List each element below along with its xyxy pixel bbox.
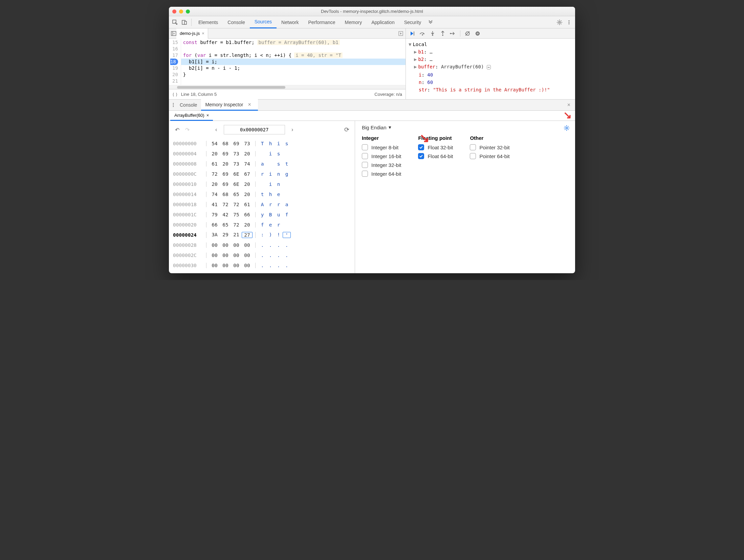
hex-row[interactable]: 0000000C72696E67ring [173,169,351,179]
resume-icon[interactable] [409,30,415,37]
type-option[interactable]: Integer 64-bit [362,171,401,177]
svg-point-12 [432,35,433,36]
checkbox-icon[interactable] [362,144,368,150]
hex-row[interactable]: 0000002800000000.... [173,240,351,250]
type-option[interactable]: Float 64-bit [418,153,453,159]
tab-network[interactable]: Network [277,16,303,28]
tab-elements[interactable]: Elements [194,16,223,28]
svg-point-4 [569,20,570,21]
hex-row[interactable]: 0000000054686973This [173,138,351,149]
sources-pane: demo-js.js × 15161718192021 const buffer… [169,28,406,99]
scope-local-header[interactable]: ▼Local [409,41,572,48]
hex-row[interactable]: 0000000861207374a st [173,159,351,169]
close-tab-icon[interactable]: × [245,102,254,108]
code-lines: const buffer = b1.buffer;buffer = ArrayB… [181,39,406,85]
hex-row[interactable]: 0000001474686520the [173,189,351,199]
drawer-tab-memory-inspector[interactable]: Memory Inspector × [201,99,258,111]
step-icon[interactable] [450,30,456,37]
next-page-icon[interactable]: › [288,127,297,133]
type-option[interactable]: Pointer 64-bit [470,153,509,159]
svg-point-11 [422,34,423,36]
type-option-label: Pointer 64-bit [479,153,509,159]
device-toolbar-icon[interactable] [180,18,189,27]
mi-buffer-tab-label: ArrayBuffer(60) [174,113,204,118]
mi-buffer-tab[interactable]: ArrayBuffer(60) × [170,111,213,121]
run-snippet-icon[interactable] [398,31,403,36]
settings-gear-icon[interactable] [555,18,564,27]
svg-point-16 [476,31,480,36]
tab-console[interactable]: Console [223,16,249,28]
hex-row[interactable]: 000000243A292127:)!' [173,230,351,240]
address-input[interactable] [224,125,285,134]
type-option-label: Integer 16-bit [371,153,401,159]
type-option[interactable]: Integer 16-bit [362,153,401,159]
hex-row[interactable]: 0000003000000000.... [173,260,351,271]
settings-gear-icon[interactable] [564,125,570,131]
code-editor[interactable]: 15161718192021 const buffer = b1.buffer;… [169,39,406,85]
type-option[interactable]: Integer 8-bit [362,144,401,150]
hex-row[interactable]: 0000001C79427566yBuf [173,210,351,220]
inspect-icon[interactable] [170,18,180,27]
scope-panel: ▼Local ▶b1: …▶b2: …▶buffer: ArrayBuffer(… [406,39,575,95]
tab-security[interactable]: Security [399,16,426,28]
tab-performance[interactable]: Performance [303,16,340,28]
scope-var-b1[interactable]: ▶b1: … [414,48,572,56]
step-into-icon[interactable] [430,30,436,37]
close-mi-tab-icon[interactable]: × [206,113,209,118]
checkbox-icon[interactable] [362,153,368,159]
hex-row[interactable]: 0000001841727261Arra [173,199,351,210]
checkbox-icon[interactable] [418,153,424,159]
hex-row[interactable]: 0000001020696E20 in [173,179,351,189]
checkbox-icon[interactable] [470,153,476,159]
tab-memory[interactable]: Memory [340,16,367,28]
file-tab-demo-js[interactable]: demo-js.js × [176,28,208,39]
memory-inspector-tabs: ArrayBuffer(60) × ↘ [169,111,575,121]
drawer-tab-console[interactable]: Console [176,99,201,111]
hex-grid[interactable]: 0000000054686973This0000000420697320 is … [170,138,353,271]
type-option-label: Integer 8-bit [371,145,398,150]
scope-var-buffer[interactable]: ▶buffer: ArrayBuffer(60) ⋯ [414,63,572,71]
checkbox-icon[interactable] [362,162,368,168]
type-option[interactable]: Pointer 32-bit [470,144,509,150]
undo-icon[interactable]: ↶ [173,127,181,133]
drawer-kebab-icon[interactable] [171,103,176,107]
close-file-tab-icon[interactable]: × [202,31,204,36]
scope-var-i: i: 40 [414,71,572,79]
svg-point-5 [569,22,570,23]
type-option-label: Float 32-bit [428,145,453,150]
type-col-integer: IntegerInteger 8-bitInteger 16-bitIntege… [362,135,401,179]
type-option-label: Pointer 32-bit [479,145,509,150]
svg-rect-2 [184,21,187,24]
type-option[interactable]: Integer 32-bit [362,162,401,168]
svg-point-3 [559,21,561,23]
checkbox-icon[interactable] [362,171,368,177]
checkbox-icon[interactable] [470,144,476,150]
hex-row[interactable]: 0000002C00000000.... [173,250,351,260]
redo-icon[interactable]: ↷ [183,127,191,133]
svg-point-13 [442,35,443,36]
kebab-menu-icon[interactable] [564,18,574,27]
endian-select[interactable]: Big Endian ▾ [362,124,568,130]
horizontal-scrollbar[interactable] [169,85,406,89]
step-over-icon[interactable] [419,30,425,37]
navigator-toggle-icon[interactable] [171,31,176,36]
cursor-position: Line 18, Column 5 [181,92,217,97]
pause-on-exceptions-icon[interactable] [475,30,481,37]
prev-page-icon[interactable]: ‹ [212,127,220,133]
svg-rect-18 [478,33,479,35]
deactivate-breakpoints-icon[interactable] [464,30,471,37]
mi-navigation: ↶ ↷ ‹ › ⟳ [170,124,353,138]
scope-var-b2[interactable]: ▶b2: … [414,56,572,63]
tab-sources[interactable]: Sources [250,16,277,28]
step-out-icon[interactable] [440,30,446,37]
hex-row[interactable]: 0000000420697320 is [173,149,351,159]
pretty-print-icon[interactable]: { } [172,92,178,97]
svg-rect-10 [414,31,414,36]
hex-row[interactable]: 0000002066657220fer [173,220,351,230]
more-tabs-icon[interactable] [426,18,435,27]
type-option-label: Float 64-bit [428,153,453,159]
close-drawer-icon[interactable]: × [565,102,573,108]
refresh-icon[interactable]: ⟳ [343,126,351,133]
editor-statusbar: { } Line 18, Column 5 Coverage: n/a [169,89,406,99]
tab-application[interactable]: Application [367,16,399,28]
